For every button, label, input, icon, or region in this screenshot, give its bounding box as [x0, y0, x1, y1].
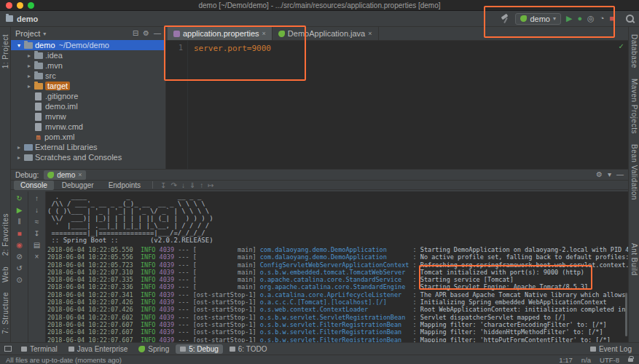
collapse-all-icon[interactable]: ⊟	[133, 30, 138, 37]
close-icon[interactable]: ×	[368, 30, 372, 37]
scroll-down-icon[interactable]: ↓	[35, 207, 39, 214]
view-breakpoints-icon[interactable]: ◉	[16, 242, 23, 249]
project-header-label[interactable]: Project	[15, 29, 40, 38]
step-over-icon[interactable]: ↷	[169, 181, 179, 189]
minimize-button[interactable]	[17, 2, 23, 9]
pin-icon[interactable]: ⊙	[16, 277, 22, 284]
tool-stripe-button-bean-validation[interactable]: Bean Validation	[630, 144, 638, 200]
chevron-right-icon[interactable]: ▸	[26, 83, 33, 90]
coverage-icon[interactable]: ◎	[587, 15, 595, 23]
tree-item-idea[interactable]: ▸.idea	[11, 50, 165, 60]
clear-icon[interactable]: ×	[35, 253, 39, 261]
search-icon[interactable]	[625, 14, 635, 23]
log-sep: ---	[174, 253, 193, 261]
settings-gear-icon[interactable]: ⚙	[143, 30, 149, 37]
toolwindow-switcher-icon[interactable]	[4, 346, 12, 352]
tool-stripe-button-1-project[interactable]: 1: Project	[1, 34, 9, 68]
close-button[interactable]	[6, 2, 12, 9]
build-hammer-icon[interactable]	[501, 14, 510, 23]
tree-item-scratches-and-consoles[interactable]: ▸Scratches and Consoles	[11, 152, 165, 162]
tool-stripe-button-database[interactable]: Database	[630, 34, 638, 68]
tree-item-pom-xml[interactable]: mpom.xml	[11, 132, 165, 142]
encoding-indicator[interactable]: UTF-8	[600, 356, 619, 364]
tree-item-mvnw-cmd[interactable]: mvnw.cmd	[11, 122, 165, 132]
debug-icon[interactable]: ●	[577, 15, 582, 23]
tab-debugger[interactable]: Debugger	[55, 181, 101, 190]
chevron-right-icon[interactable]: ▸	[26, 73, 33, 79]
log-sep: :	[409, 321, 420, 328]
properties-file-icon	[173, 31, 180, 37]
step-out-icon[interactable]: ↑	[197, 181, 205, 189]
chevron-right-icon[interactable]: ▸	[26, 63, 33, 69]
lock-icon[interactable]	[628, 358, 633, 362]
log-timestamp: 2018-06-04 10:22:07.607	[47, 336, 141, 342]
console-output[interactable]: . ____ _ __ _ _ /\\ / ___'_ __ _ _(_)_ _…	[46, 191, 628, 342]
tree-item-mvnw[interactable]: mvnw	[11, 111, 165, 122]
console-scrollbar[interactable]	[625, 293, 627, 336]
chevron-right-icon[interactable]: ▸	[26, 52, 33, 59]
tool-stripe-button-2-favorites[interactable]: 2: Favorites	[1, 213, 9, 256]
pause-icon[interactable]: ‖	[17, 218, 20, 226]
restore-layout-icon[interactable]: ↺	[16, 265, 22, 272]
tree-item-mvn[interactable]: ▸.mvn	[11, 60, 165, 71]
zoom-button[interactable]	[28, 2, 34, 9]
chevron-down-icon[interactable]: ▾	[15, 42, 23, 49]
chevron-right-icon[interactable]: ▸	[15, 144, 23, 151]
run-to-cursor-icon[interactable]: ↦	[205, 181, 216, 189]
resume-icon[interactable]: ▶	[17, 207, 23, 214]
tree-item-src[interactable]: ▸src	[11, 71, 165, 81]
tab-demoapplication-java[interactable]: DemoApplication.java×	[273, 27, 379, 40]
event-log-icon	[590, 347, 596, 352]
breadcrumb[interactable]: demo	[17, 15, 38, 23]
collapse-icon[interactable]: ▾	[608, 171, 611, 178]
settings-gear-icon[interactable]: ⚙	[596, 171, 603, 178]
profiler-icon[interactable]: ◔	[600, 15, 605, 23]
editor[interactable]: 1 server.port=9000 ✓	[166, 41, 628, 169]
close-icon[interactable]: ×	[262, 30, 266, 37]
tree-item-target[interactable]: ▸target	[11, 81, 165, 91]
chevron-down-icon[interactable]: ▾	[43, 31, 46, 37]
tree-item-demo-iml[interactable]: demo.iml	[11, 101, 165, 111]
chevron-right-icon[interactable]: ▸	[15, 154, 23, 161]
scroll-to-end-icon[interactable]: ↧	[34, 230, 39, 237]
event-log-button[interactable]: Event Log	[590, 345, 635, 353]
line-separator-indicator[interactable]: n/a	[581, 356, 591, 364]
toolwindow-button-6-todo[interactable]: 6: TODO	[225, 344, 272, 354]
stop-icon[interactable]: ■	[609, 15, 614, 23]
print-icon[interactable]: ▤	[34, 242, 40, 249]
toolwindow-button-5-debug[interactable]: 5: Debug	[176, 344, 223, 354]
mute-breakpoints-icon[interactable]: ⊘	[16, 253, 22, 261]
rerun-icon[interactable]: ↻	[16, 195, 22, 202]
tree-item-demo[interactable]: ▾demo~/Demo/demo	[11, 40, 165, 50]
tab-console[interactable]: Console	[14, 181, 54, 190]
run-config-select[interactable]: demo ▾	[515, 13, 561, 25]
run-icon[interactable]: ▶	[566, 15, 572, 23]
hide-icon[interactable]: —	[616, 171, 624, 178]
tool-stripe-button-7-structure[interactable]: 7: Structure	[1, 292, 9, 334]
tree-item-external-libraries[interactable]: ▸External Libraries	[11, 142, 165, 152]
log-logger: o.s.web.context.ContextLoader	[260, 306, 409, 313]
code-line[interactable]: server.port=9000	[194, 44, 271, 53]
log-pid: 4039	[160, 276, 174, 283]
stop-icon[interactable]: ■	[17, 230, 21, 237]
tool-stripe-button-web[interactable]: Web	[1, 266, 9, 282]
scroll-up-icon[interactable]: ↑	[35, 195, 39, 202]
log-sep: :	[409, 261, 420, 269]
toolwindow-button-spring[interactable]: Spring	[134, 344, 173, 354]
debug-session-tab[interactable]: demo ×	[44, 170, 85, 180]
tool-stripe-button-maven-projects[interactable]: Maven Projects	[630, 79, 638, 134]
tab-endpoints[interactable]: Endpoints	[102, 181, 147, 190]
console-log-line: 2018-06-04 10:22:07.426 INFO 4039 --- [o…	[47, 298, 628, 306]
tab-application-properties[interactable]: application.properties×	[168, 27, 273, 40]
close-icon[interactable]: ×	[78, 171, 82, 178]
toolwindow-button-java-enterprise[interactable]: Java Enterprise	[64, 344, 132, 354]
hide-icon[interactable]: —	[154, 30, 161, 37]
tool-stripe-button-ant-build[interactable]: Ant Build	[630, 243, 638, 276]
force-step-into-icon[interactable]: ⇓	[187, 181, 197, 189]
tree-item-gitignore[interactable]: .gitignore	[11, 91, 165, 101]
toolwindow-button-terminal[interactable]: Terminal	[17, 344, 62, 354]
caret-position[interactable]: 1:17	[559, 356, 573, 364]
step-into-icon[interactable]: ↓	[179, 181, 187, 189]
soft-wrap-icon[interactable]: ≈	[35, 218, 39, 226]
show-execution-point-icon[interactable]: ↧	[158, 181, 168, 189]
